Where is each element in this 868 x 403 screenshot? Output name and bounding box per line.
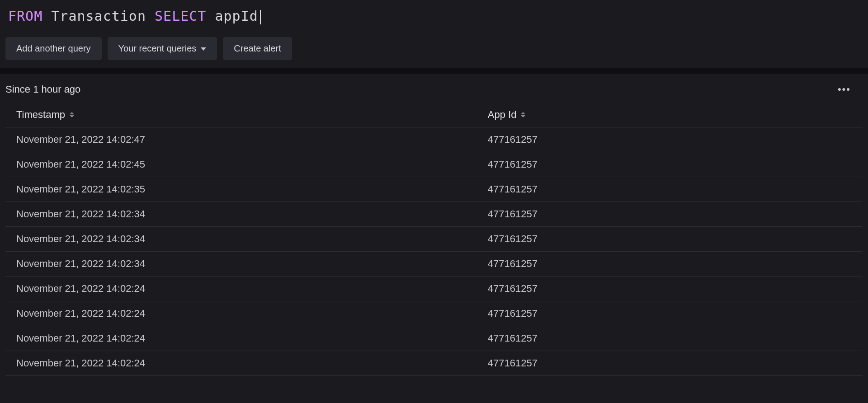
column-header-timestamp-label: Timestamp bbox=[16, 109, 65, 121]
recent-queries-label: Your recent queries bbox=[118, 43, 197, 54]
recent-queries-button[interactable]: Your recent queries bbox=[108, 37, 217, 60]
cell-timestamp: November 21, 2022 14:02:24 bbox=[5, 276, 477, 301]
cell-appid: 477161257 bbox=[477, 202, 863, 226]
cell-timestamp: November 21, 2022 14:02:47 bbox=[5, 127, 477, 152]
cell-timestamp: November 21, 2022 14:02:34 bbox=[5, 202, 477, 226]
sort-icon bbox=[70, 112, 74, 117]
cell-timestamp: November 21, 2022 14:02:35 bbox=[5, 177, 477, 202]
cell-timestamp: November 21, 2022 14:02:24 bbox=[5, 301, 477, 326]
table-row[interactable]: November 21, 2022 14:02:47477161257 bbox=[5, 127, 863, 152]
results-header: Since 1 hour ago ••• bbox=[0, 74, 868, 103]
since-label[interactable]: Since 1 hour ago bbox=[5, 84, 80, 95]
query-keyword-from: FROM bbox=[8, 8, 42, 24]
results-table: Timestamp App Id November 21, 2022 14:02… bbox=[5, 103, 863, 376]
cell-appid: 477161257 bbox=[477, 127, 863, 152]
query-toolbar: Add another query Your recent queries Cr… bbox=[0, 33, 868, 68]
table-row[interactable]: November 21, 2022 14:02:35477161257 bbox=[5, 177, 863, 202]
cell-appid: 477161257 bbox=[477, 152, 863, 177]
create-alert-button[interactable]: Create alert bbox=[223, 37, 292, 60]
results-tbody: November 21, 2022 14:02:47477161257Novem… bbox=[5, 127, 863, 375]
table-row[interactable]: November 21, 2022 14:02:24477161257 bbox=[5, 301, 863, 326]
add-another-query-label: Add another query bbox=[16, 43, 91, 54]
cell-appid: 477161257 bbox=[477, 276, 863, 301]
chevron-down-icon bbox=[201, 47, 206, 51]
cell-appid: 477161257 bbox=[477, 177, 863, 202]
cell-appid: 477161257 bbox=[477, 326, 863, 351]
cell-appid: 477161257 bbox=[477, 251, 863, 276]
cell-appid: 477161257 bbox=[477, 226, 863, 251]
column-header-appid-label: App Id bbox=[488, 109, 517, 121]
cell-timestamp: November 21, 2022 14:02:34 bbox=[5, 226, 477, 251]
table-row[interactable]: November 21, 2022 14:02:24477161257 bbox=[5, 276, 863, 301]
cell-timestamp: November 21, 2022 14:02:34 bbox=[5, 251, 477, 276]
query-table: Transaction bbox=[51, 8, 146, 24]
create-alert-label: Create alert bbox=[234, 43, 281, 54]
cell-timestamp: November 21, 2022 14:02:24 bbox=[5, 326, 477, 351]
add-another-query-button[interactable]: Add another query bbox=[5, 37, 102, 60]
cell-timestamp: November 21, 2022 14:02:45 bbox=[5, 152, 477, 177]
query-field: appId bbox=[215, 8, 258, 24]
cell-timestamp: November 21, 2022 14:02:24 bbox=[5, 351, 477, 375]
table-row[interactable]: November 21, 2022 14:02:34477161257 bbox=[5, 251, 863, 276]
sort-icon bbox=[521, 112, 525, 117]
column-header-appid[interactable]: App Id bbox=[477, 103, 863, 127]
table-row[interactable]: November 21, 2022 14:02:24477161257 bbox=[5, 326, 863, 351]
cell-appid: 477161257 bbox=[477, 351, 863, 375]
cell-appid: 477161257 bbox=[477, 301, 863, 326]
column-header-timestamp[interactable]: Timestamp bbox=[5, 103, 477, 127]
section-divider bbox=[0, 68, 868, 74]
table-row[interactable]: November 21, 2022 14:02:34477161257 bbox=[5, 226, 863, 251]
table-row[interactable]: November 21, 2022 14:02:24477161257 bbox=[5, 351, 863, 375]
table-row[interactable]: November 21, 2022 14:02:45477161257 bbox=[5, 152, 863, 177]
query-editor[interactable]: FROM Transaction SELECT appId bbox=[0, 0, 868, 33]
text-cursor bbox=[260, 10, 261, 24]
table-row[interactable]: November 21, 2022 14:02:34477161257 bbox=[5, 202, 863, 226]
more-options-icon[interactable]: ••• bbox=[838, 84, 860, 95]
query-keyword-select: SELECT bbox=[155, 8, 206, 24]
